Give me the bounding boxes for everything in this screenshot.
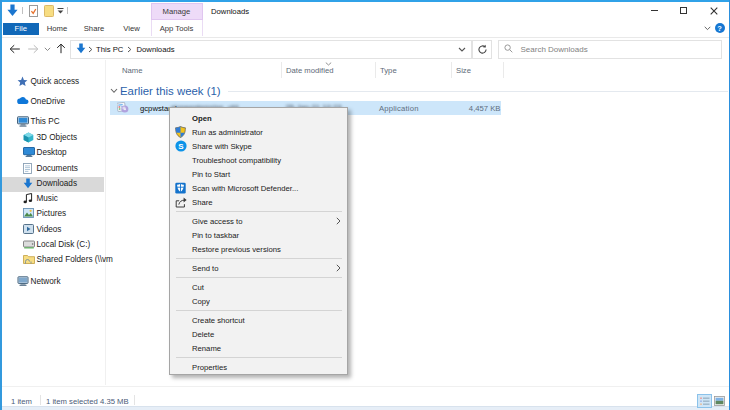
svg-text:S: S <box>178 141 184 150</box>
